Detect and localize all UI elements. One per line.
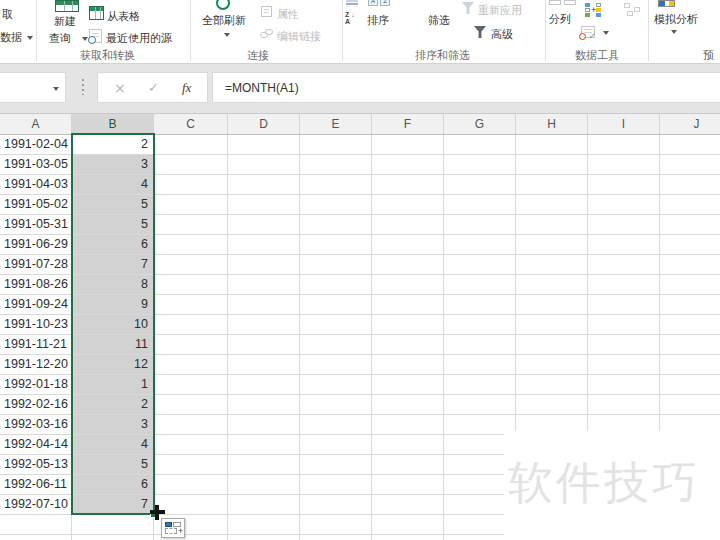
- insert-function-icon[interactable]: fx: [182, 80, 191, 96]
- cell-A11[interactable]: 1991-11-21: [0, 335, 72, 355]
- cell-D6[interactable]: [228, 235, 300, 255]
- cell-A16[interactable]: 1992-04-14: [0, 435, 72, 455]
- cell-E8[interactable]: [300, 275, 372, 295]
- cell-A15[interactable]: 1992-03-16: [0, 415, 72, 435]
- cell-H14[interactable]: [516, 395, 588, 415]
- cell-A19[interactable]: 1992-07-10: [0, 495, 72, 515]
- cell-J10[interactable]: [660, 315, 720, 335]
- cell-B13[interactable]: 1: [72, 375, 154, 395]
- cell-D4[interactable]: [228, 195, 300, 215]
- get-external-data-button-line2[interactable]: 数据: [0, 30, 22, 45]
- cell-J4[interactable]: [660, 195, 720, 215]
- column-header-E[interactable]: E: [300, 114, 372, 135]
- cell-F3[interactable]: [372, 175, 444, 195]
- cell-E11[interactable]: [300, 335, 372, 355]
- cell-G12[interactable]: [444, 355, 516, 375]
- get-external-data-button[interactable]: 取: [2, 7, 13, 22]
- cell-B5[interactable]: 5: [72, 215, 154, 235]
- cell-H1[interactable]: [516, 135, 588, 155]
- cell-E1[interactable]: [300, 135, 372, 155]
- cell-C14[interactable]: [154, 395, 228, 415]
- cell-F11[interactable]: [372, 335, 444, 355]
- cell-B21[interactable]: [72, 535, 154, 540]
- cell-B12[interactable]: 12: [72, 355, 154, 375]
- cell-E6[interactable]: [300, 235, 372, 255]
- cell-E9[interactable]: [300, 295, 372, 315]
- column-header-B[interactable]: B: [72, 114, 154, 135]
- cell-B1[interactable]: 2: [72, 135, 154, 155]
- cell-G8[interactable]: [444, 275, 516, 295]
- cell-B16[interactable]: 4: [72, 435, 154, 455]
- cell-D14[interactable]: [228, 395, 300, 415]
- cell-C18[interactable]: [154, 475, 228, 495]
- consolidate-icon[interactable]: +: [585, 3, 601, 18]
- column-header-H[interactable]: H: [516, 114, 588, 135]
- cell-C5[interactable]: [154, 215, 228, 235]
- column-header-F[interactable]: F: [372, 114, 444, 135]
- cell-F7[interactable]: [372, 255, 444, 275]
- cell-B19[interactable]: 7: [72, 495, 154, 515]
- cell-F4[interactable]: [372, 195, 444, 215]
- cell-D1[interactable]: [228, 135, 300, 155]
- cell-F9[interactable]: [372, 295, 444, 315]
- cell-J2[interactable]: [660, 155, 720, 175]
- column-header-J[interactable]: J: [660, 114, 720, 135]
- cell-C7[interactable]: [154, 255, 228, 275]
- cell-G4[interactable]: [444, 195, 516, 215]
- cell-F2[interactable]: [372, 155, 444, 175]
- cell-C3[interactable]: [154, 175, 228, 195]
- cell-E18[interactable]: [300, 475, 372, 495]
- cell-A6[interactable]: 1991-06-29: [0, 235, 72, 255]
- sort-descending-icon[interactable]: Z ↓A: [345, 11, 363, 29]
- cell-I10[interactable]: [588, 315, 660, 335]
- cell-E19[interactable]: [300, 495, 372, 515]
- cell-A14[interactable]: 1992-02-16: [0, 395, 72, 415]
- cell-D15[interactable]: [228, 415, 300, 435]
- cell-B2[interactable]: 3: [72, 155, 154, 175]
- cell-A18[interactable]: 1992-06-11: [0, 475, 72, 495]
- cell-G5[interactable]: [444, 215, 516, 235]
- cell-E14[interactable]: [300, 395, 372, 415]
- cell-A12[interactable]: 1991-12-20: [0, 355, 72, 375]
- cell-B14[interactable]: 2: [72, 395, 154, 415]
- cell-J1[interactable]: [660, 135, 720, 155]
- cell-C13[interactable]: [154, 375, 228, 395]
- cell-D17[interactable]: [228, 455, 300, 475]
- cell-G6[interactable]: [444, 235, 516, 255]
- cell-J6[interactable]: [660, 235, 720, 255]
- cell-I12[interactable]: [588, 355, 660, 375]
- new-query-button[interactable]: 新建: [54, 14, 76, 29]
- cell-G13[interactable]: [444, 375, 516, 395]
- cell-F15[interactable]: [372, 415, 444, 435]
- cell-H7[interactable]: [516, 255, 588, 275]
- cell-E15[interactable]: [300, 415, 372, 435]
- cell-I8[interactable]: [588, 275, 660, 295]
- cell-E2[interactable]: [300, 155, 372, 175]
- cell-I1[interactable]: [588, 135, 660, 155]
- cell-A1[interactable]: 1991-02-04: [0, 135, 72, 155]
- cell-D21[interactable]: [228, 535, 300, 540]
- column-header-D[interactable]: D: [228, 114, 300, 135]
- cell-F5[interactable]: [372, 215, 444, 235]
- cell-C10[interactable]: [154, 315, 228, 335]
- auto-fill-options-button[interactable]: +: [161, 518, 185, 538]
- cell-G9[interactable]: [444, 295, 516, 315]
- cell-A8[interactable]: 1991-08-26: [0, 275, 72, 295]
- cell-F19[interactable]: [372, 495, 444, 515]
- cell-I7[interactable]: [588, 255, 660, 275]
- cell-I13[interactable]: [588, 375, 660, 395]
- cell-H4[interactable]: [516, 195, 588, 215]
- cell-G7[interactable]: [444, 255, 516, 275]
- cell-E13[interactable]: [300, 375, 372, 395]
- cell-G3[interactable]: [444, 175, 516, 195]
- cell-B8[interactable]: 8: [72, 275, 154, 295]
- formula-bar-resize-handle[interactable]: [82, 79, 84, 95]
- column-header-A[interactable]: A: [0, 114, 72, 135]
- new-query-button-line2[interactable]: 查询: [49, 31, 71, 46]
- cell-F8[interactable]: [372, 275, 444, 295]
- cell-D5[interactable]: [228, 215, 300, 235]
- cell-I4[interactable]: [588, 195, 660, 215]
- cell-B9[interactable]: 9: [72, 295, 154, 315]
- cell-D2[interactable]: [228, 155, 300, 175]
- cell-J13[interactable]: [660, 375, 720, 395]
